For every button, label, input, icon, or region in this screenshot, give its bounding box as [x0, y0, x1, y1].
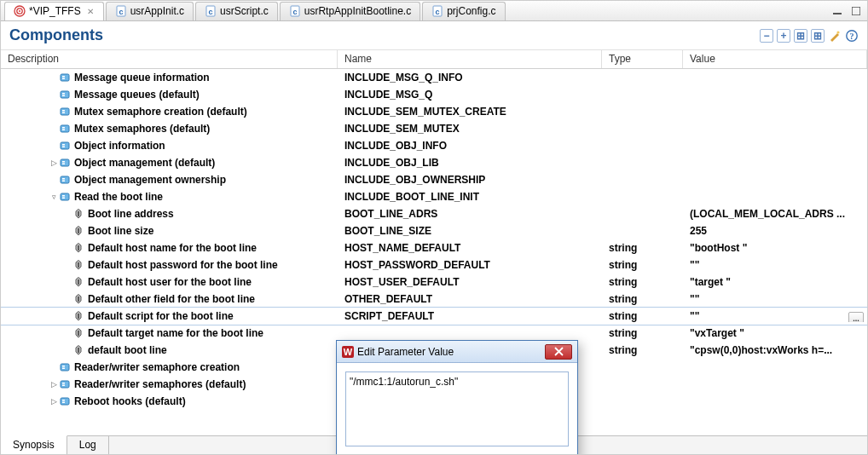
row-value: "vxTarget " [683, 327, 867, 339]
tree-row[interactable]: Default host user for the boot lineHOST_… [1, 274, 867, 291]
editor-tab[interactable]: *VIP_TFFS✕ [4, 2, 104, 20]
tree-row[interactable]: ▿Read the boot lineINCLUDE_BOOT_LINE_INI… [1, 188, 867, 205]
tree-row[interactable]: Boot line addressBOOT_LINE_ADRS(LOCAL_ME… [1, 205, 867, 222]
svg-rect-51 [62, 368, 65, 370]
svg-rect-47 [78, 331, 79, 336]
collapse-all-button[interactable]: − [760, 29, 773, 43]
parameter-icon [72, 242, 84, 254]
svg-text:c: c [436, 8, 440, 16]
parameter-icon [72, 344, 84, 356]
target-icon [14, 5, 26, 17]
expand-button-2[interactable]: ⊞ [794, 29, 807, 43]
svg-rect-54 [62, 385, 65, 387]
component-icon [59, 140, 71, 152]
row-name: HOST_USER_DEFAULT [338, 276, 602, 288]
tree-row[interactable]: Default host name for the boot lineHOST_… [1, 239, 867, 256]
component-icon [59, 361, 71, 373]
expand-toggle[interactable]: ▿ [49, 193, 59, 201]
bottom-tab[interactable]: Synopsis [1, 435, 67, 454]
browse-button[interactable]: ... [848, 312, 864, 322]
row-description: Reader/writer semaphores (default) [74, 378, 246, 390]
row-description: Object information [74, 140, 165, 152]
svg-rect-49 [61, 364, 69, 371]
parameter-icon [72, 327, 84, 339]
maximize-button[interactable] [848, 3, 864, 19]
editor-tab[interactable]: cusrRtpAppInitBootline.c [280, 2, 420, 20]
col-header-type[interactable]: Type [602, 50, 683, 68]
c-file-icon: c [205, 5, 217, 17]
dialog-close-button[interactable] [545, 344, 572, 360]
svg-rect-27 [62, 130, 65, 131]
tree-row[interactable]: Message queue informationINCLUDE_MSG_Q_I… [1, 69, 867, 86]
parameter-icon [72, 208, 84, 220]
tree-row[interactable]: Default host password for the boot lineH… [1, 256, 867, 274]
row-value: "bootHost " [683, 242, 867, 254]
row-description: Object management (default) [74, 157, 215, 169]
parameter-icon [72, 259, 84, 271]
row-description: default boot line [88, 344, 167, 356]
parameter-icon [72, 293, 84, 305]
svg-rect-44 [78, 279, 79, 285]
expand-toggle[interactable]: ▷ [49, 397, 59, 406]
expand-toggle[interactable]: ▷ [49, 158, 59, 167]
tree-row[interactable]: Default other field for the boot lineOTH… [1, 291, 867, 308]
editor-tab[interactable]: cusrScript.c [195, 2, 278, 20]
svg-rect-55 [61, 398, 69, 405]
close-icon[interactable]: ✕ [86, 7, 95, 15]
help-button[interactable]: ? [845, 29, 859, 43]
row-description: Reader/writer semaphore creation [74, 361, 240, 373]
tree-row[interactable]: Boot line sizeBOOT_LINE_SIZE255 [1, 222, 867, 239]
svg-rect-38 [62, 195, 65, 197]
parameter-value-textarea[interactable] [345, 371, 569, 446]
svg-rect-18 [62, 78, 65, 80]
row-description: Mutex semaphore creation (default) [74, 106, 247, 118]
svg-rect-40 [78, 211, 79, 216]
bottom-tab[interactable]: Log [67, 436, 109, 454]
tree-row[interactable]: Mutex semaphore creation (default)INCLUD… [1, 103, 867, 120]
minimize-button[interactable] [830, 3, 845, 19]
svg-rect-29 [62, 144, 65, 146]
expand-button-3[interactable]: ⊞ [811, 29, 825, 43]
tree-row[interactable]: ▷Object management (default)INCLUDE_OBJ_… [1, 154, 867, 171]
expand-button-1[interactable]: + [777, 29, 790, 43]
row-value: "target " [683, 276, 867, 288]
svg-text:c: c [292, 8, 297, 16]
svg-rect-53 [62, 383, 65, 384]
wizard-button[interactable] [828, 29, 842, 43]
row-name: INCLUDE_OBJ_OWNERSHIP [338, 174, 602, 186]
svg-rect-57 [62, 402, 65, 404]
svg-rect-19 [61, 91, 69, 98]
tree-row[interactable]: Message queues (default)INCLUDE_MSG_Q [1, 86, 867, 103]
row-name: INCLUDE_OBJ_LIB [338, 157, 602, 169]
svg-rect-43 [78, 262, 79, 268]
expand-toggle[interactable]: ▷ [49, 380, 59, 389]
editor-tab[interactable]: cprjConfig.c [422, 2, 505, 20]
app-icon: W [342, 346, 354, 358]
svg-rect-30 [62, 147, 65, 148]
svg-rect-41 [78, 228, 79, 233]
dialog-title: Edit Parameter Value [357, 346, 454, 358]
row-name: INCLUDE_BOOT_LINE_INIT [338, 191, 602, 203]
row-name: HOST_NAME_DEFAULT [338, 242, 602, 254]
row-description: Message queues (default) [74, 89, 200, 101]
col-header-description[interactable]: Description [1, 50, 338, 68]
svg-rect-22 [61, 108, 69, 115]
tree-row[interactable]: Default script for the boot lineSCRIPT_D… [1, 308, 867, 325]
col-header-name[interactable]: Name [338, 50, 602, 68]
col-header-value[interactable]: Value [683, 50, 867, 68]
svg-point-13 [836, 31, 839, 33]
dialog-title-bar[interactable]: W Edit Parameter Value [337, 341, 577, 363]
editor-tab[interactable]: cusrAppInit.c [106, 2, 194, 20]
tree-row[interactable]: Mutex semaphores (default)INCLUDE_SEM_MU… [1, 120, 867, 137]
svg-rect-20 [62, 93, 65, 95]
row-description: Message queue information [74, 72, 210, 84]
row-name: SCRIPT_DEFAULT [338, 310, 602, 322]
svg-rect-39 [62, 198, 65, 199]
tree-row[interactable]: Default target name for the boot linestr… [1, 325, 867, 342]
tree-row[interactable]: Object informationINCLUDE_OBJ_INFO [1, 137, 867, 154]
row-description: Default host name for the boot line [88, 242, 257, 254]
row-description: Default other field for the boot line [88, 293, 255, 305]
row-description: Default script for the boot line [88, 310, 234, 322]
row-name: BOOT_LINE_ADRS [338, 208, 602, 220]
tree-row[interactable]: Object management ownershipINCLUDE_OBJ_O… [1, 171, 867, 188]
